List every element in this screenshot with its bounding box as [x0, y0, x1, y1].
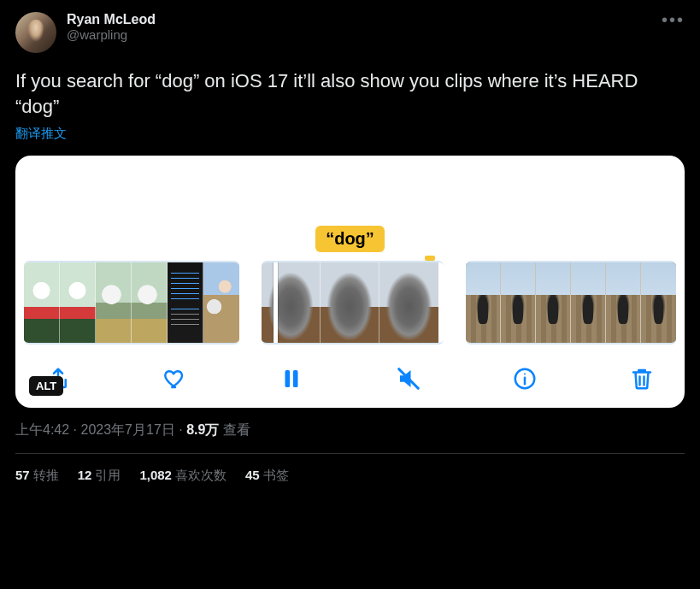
clip-frame [501, 262, 536, 343]
svg-rect-0 [285, 370, 291, 387]
tweet-text: If you search for “dog” on iOS 17 it’ll … [15, 68, 685, 119]
clip-frame [536, 262, 571, 343]
info-icon[interactable] [509, 363, 540, 394]
clip-group-1[interactable] [24, 261, 239, 345]
clip-frame [571, 262, 606, 343]
clip-frame [168, 262, 203, 343]
clip-group-2[interactable] [262, 261, 444, 345]
clip-frame [96, 262, 132, 343]
clip-frame [24, 262, 60, 343]
meta-views-num: 8.9万 [186, 422, 219, 437]
meta-views-label: 查看 [219, 422, 250, 437]
clip-frame [132, 262, 168, 343]
meta-time[interactable]: 上午4:42 [15, 422, 69, 437]
trash-icon[interactable] [626, 363, 657, 394]
tweet-meta: 上午4:42 · 2023年7月17日 · 8.9万 查看 [15, 421, 685, 439]
media-card[interactable]: “dog” [15, 156, 685, 408]
svg-point-5 [524, 374, 526, 375]
clip-frame [641, 262, 676, 343]
author-block[interactable]: Ryan McLeod @warpling [67, 12, 651, 42]
media-toolbar [24, 345, 676, 399]
stat-bookmarks[interactable]: 45书签 [245, 468, 289, 484]
clip-frame [203, 262, 239, 343]
alt-badge[interactable]: ALT [29, 376, 63, 396]
svg-rect-1 [293, 370, 298, 387]
handle: @warpling [67, 27, 651, 42]
stat-retweets[interactable]: 57转推 [15, 468, 59, 484]
caption-row: “dog” [24, 226, 676, 252]
meta-date[interactable]: 2023年7月17日 [80, 422, 174, 437]
heart-icon[interactable] [160, 363, 191, 394]
more-icon[interactable]: ••• [662, 12, 685, 24]
media-top-space [24, 166, 676, 226]
translate-link[interactable]: 翻译推文 [15, 126, 685, 142]
clip-frame [466, 262, 501, 343]
clip-frame [321, 262, 379, 343]
display-name: Ryan McLeod [67, 12, 651, 27]
scrubber-handle[interactable] [274, 261, 278, 345]
mute-icon[interactable] [393, 363, 424, 394]
avatar[interactable] [15, 12, 56, 53]
pause-icon[interactable] [276, 363, 307, 394]
caption-bubble: “dog” [315, 226, 385, 252]
clip-frame [60, 262, 96, 343]
clip-frame [262, 262, 321, 343]
stat-likes[interactable]: 1,082喜欢次数 [139, 468, 226, 484]
tweet-stats: 57转推 12引用 1,082喜欢次数 45书签 [15, 454, 685, 484]
clip-frame [606, 262, 641, 343]
clip-timeline[interactable] [24, 261, 676, 345]
tweet-container: Ryan McLeod @warpling ••• If you search … [0, 0, 700, 484]
stat-quotes[interactable]: 12引用 [78, 468, 121, 484]
tweet-header: Ryan McLeod @warpling ••• [15, 12, 685, 53]
clip-group-3[interactable] [466, 261, 676, 345]
clip-frame [379, 262, 438, 343]
